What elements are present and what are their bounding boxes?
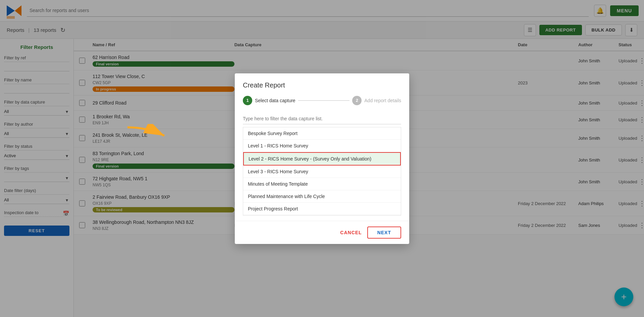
stepper: 1 Select data capture 2 Add report detai… bbox=[243, 96, 401, 105]
step-1-circle: 1 bbox=[243, 96, 252, 105]
modal-header: Create Report 1 Select data capture 2 Ad… bbox=[235, 73, 409, 113]
modal-footer: CANCEL NEXT bbox=[235, 221, 409, 244]
list-item[interactable]: Bespoke Survey Report bbox=[243, 127, 401, 140]
modal-overlay: Create Report 1 Select data capture 2 Ad… bbox=[0, 0, 644, 317]
step-2: 2 Add report details bbox=[352, 96, 401, 105]
list-item[interactable]: Level 1 - RICS Home Survey bbox=[243, 140, 401, 152]
modal-body: Bespoke Survey Report Level 1 - RICS Hom… bbox=[235, 113, 409, 221]
list-item[interactable]: Project Progress Report bbox=[243, 203, 401, 215]
next-button[interactable]: NEXT bbox=[367, 227, 401, 239]
data-capture-filter-input[interactable] bbox=[243, 113, 401, 124]
cancel-button[interactable]: CANCEL bbox=[340, 230, 362, 235]
step-2-circle: 2 bbox=[352, 96, 362, 105]
modal-title: Create Report bbox=[243, 81, 401, 89]
step-line bbox=[298, 100, 350, 101]
step-1: 1 Select data capture bbox=[243, 96, 296, 105]
list-item[interactable]: Minutes of Meeting Template bbox=[243, 178, 401, 190]
list-item-selected[interactable]: Level 2 - RICS Home Survey - (Survey Onl… bbox=[243, 152, 401, 166]
arrow-annotation bbox=[121, 124, 168, 147]
step-2-label: Add report details bbox=[364, 98, 401, 103]
list-item[interactable]: Level 3 - RICS Home Survey bbox=[243, 166, 401, 178]
data-capture-list: Bespoke Survey Report Level 1 - RICS Hom… bbox=[243, 127, 401, 215]
create-report-modal: Create Report 1 Select data capture 2 Ad… bbox=[235, 73, 409, 244]
list-item[interactable]: Planned Maintenance with Life Cycle bbox=[243, 190, 401, 203]
step-1-label: Select data capture bbox=[255, 98, 296, 103]
